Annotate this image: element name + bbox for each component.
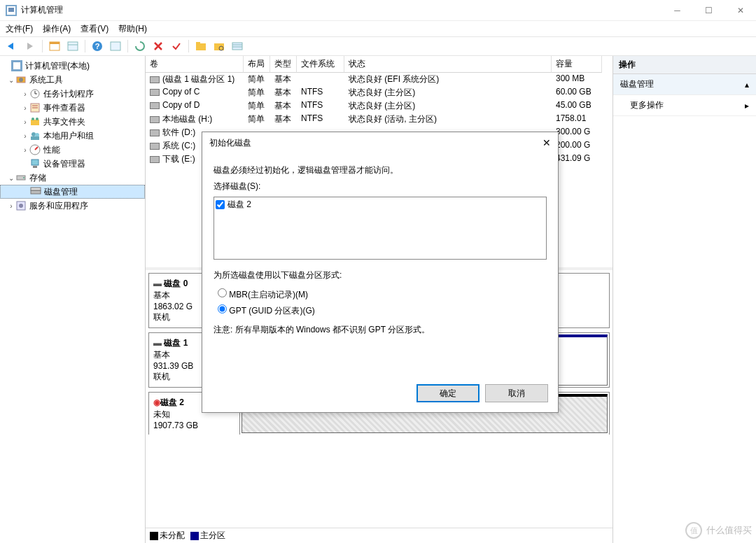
svg-point-22 bbox=[19, 78, 23, 82]
svg-rect-20 bbox=[13, 62, 20, 69]
dialog-desc: 磁盘必须经过初始化，逻辑磁盘管理器才能访问。 bbox=[214, 164, 547, 176]
tree-systools[interactable]: ⌄系统工具 bbox=[0, 73, 145, 87]
tree-root[interactable]: 计算机管理(本地) bbox=[0, 59, 145, 73]
list-header: 卷 布局 类型 文件系统 状态 容量 bbox=[146, 56, 612, 73]
menu-action[interactable]: 操作(A) bbox=[43, 23, 71, 35]
list-icon[interactable] bbox=[230, 38, 245, 54]
svg-rect-40 bbox=[31, 190, 41, 194]
dialog-close-icon[interactable]: ✕ bbox=[542, 137, 551, 148]
hdr-fs[interactable]: 文件系统 bbox=[297, 56, 344, 73]
disk-checkbox-item[interactable]: 磁盘 2 bbox=[216, 199, 545, 211]
refresh-icon[interactable] bbox=[132, 38, 148, 54]
actions-section[interactable]: 磁盘管理▴ bbox=[613, 74, 756, 95]
svg-rect-13 bbox=[196, 42, 200, 44]
hdr-capacity[interactable]: 容量 bbox=[552, 56, 602, 73]
list-row[interactable]: (磁盘 1 磁盘分区 1)简单基本状态良好 (EFI 系统分区)300 MB bbox=[146, 73, 612, 86]
ok-button[interactable]: 确定 bbox=[416, 384, 479, 402]
cancel-button[interactable]: 取消 bbox=[485, 384, 548, 402]
svg-text:值: 值 bbox=[690, 526, 698, 535]
toolbar: ? bbox=[0, 36, 756, 56]
svg-point-43 bbox=[19, 204, 23, 208]
svg-point-32 bbox=[31, 132, 36, 136]
svg-rect-7 bbox=[68, 42, 78, 50]
tree-devmgr[interactable]: 设备管理器 bbox=[0, 157, 145, 171]
hdr-status[interactable]: 状态 bbox=[344, 56, 552, 73]
mbr-radio-label[interactable]: MBR(主启动记录)(M) bbox=[218, 288, 547, 301]
actions-header: 操作 bbox=[613, 56, 756, 74]
collapse-icon[interactable]: ▴ bbox=[745, 80, 749, 90]
svg-rect-34 bbox=[31, 136, 39, 140]
properties-icon[interactable] bbox=[65, 38, 80, 54]
help-icon[interactable]: ? bbox=[90, 38, 105, 54]
dialog-title: 初始化磁盘 bbox=[209, 137, 251, 149]
svg-rect-29 bbox=[31, 120, 39, 125]
svg-rect-36 bbox=[31, 160, 38, 165]
menu-file[interactable]: 文件(F) bbox=[6, 23, 33, 35]
partition-style-label: 为所选磁盘使用以下磁盘分区形式: bbox=[214, 269, 547, 281]
app-icon bbox=[6, 5, 17, 16]
folder-icon[interactable] bbox=[193, 38, 209, 54]
actions-pane: 操作 磁盘管理▴ 更多操作▸ bbox=[613, 56, 756, 543]
window-title: 计算机管理 bbox=[21, 4, 63, 16]
folder-search-icon[interactable] bbox=[211, 38, 227, 54]
list-row[interactable]: Copy of D简单基本NTFS状态良好 (主分区)45.00 GB bbox=[146, 99, 612, 113]
tree-diskmgmt[interactable]: 磁盘管理 bbox=[0, 185, 145, 199]
titlebar: 计算机管理 ─ ☐ ✕ bbox=[0, 0, 756, 21]
svg-rect-12 bbox=[196, 43, 206, 50]
svg-text:?: ? bbox=[95, 42, 100, 50]
svg-point-31 bbox=[36, 118, 38, 120]
mbr-radio[interactable] bbox=[218, 288, 227, 297]
svg-rect-41 bbox=[31, 188, 41, 190]
show-hide-icon[interactable] bbox=[47, 38, 62, 54]
menu-help[interactable]: 帮助(H) bbox=[118, 23, 147, 35]
gpt-note: 注意: 所有早期版本的 Windows 都不识别 GPT 分区形式。 bbox=[214, 324, 547, 336]
menubar: 文件(F) 操作(A) 查看(V) 帮助(H) bbox=[0, 21, 756, 36]
svg-rect-2 bbox=[8, 8, 14, 12]
more-actions[interactable]: 更多操作▸ bbox=[613, 95, 756, 116]
hdr-type[interactable]: 类型 bbox=[270, 56, 297, 73]
tree-task[interactable]: ›任务计划程序 bbox=[0, 87, 145, 101]
svg-point-30 bbox=[31, 118, 34, 120]
tree-shared[interactable]: ›共享文件夹 bbox=[0, 115, 145, 129]
tree-perf[interactable]: ›性能 bbox=[0, 143, 145, 157]
svg-point-39 bbox=[23, 177, 24, 178]
delete-icon[interactable] bbox=[150, 38, 166, 54]
expand-icon[interactable]: ▸ bbox=[745, 101, 749, 111]
nav-tree: 计算机管理(本地) ⌄系统工具 ›任务计划程序 ›事件查看器 ›共享文件夹 ›本… bbox=[0, 56, 146, 543]
list-row[interactable]: 本地磁盘 (H:)简单基本NTFS状态良好 (活动, 主分区)1758.01 bbox=[146, 113, 612, 126]
tree-services[interactable]: ›服务和应用程序 bbox=[0, 199, 145, 213]
svg-rect-6 bbox=[50, 42, 59, 44]
svg-rect-11 bbox=[111, 42, 120, 50]
init-disk-dialog: 初始化磁盘 ✕ 磁盘必须经过初始化，逻辑磁盘管理器才能访问。 选择磁盘(S): … bbox=[202, 132, 559, 413]
select-disk-label: 选择磁盘(S): bbox=[214, 181, 547, 192]
maximize-button[interactable]: ☐ bbox=[693, 0, 724, 20]
disk-select-list[interactable]: 磁盘 2 bbox=[214, 197, 547, 260]
svg-rect-37 bbox=[33, 166, 37, 168]
tree-storage[interactable]: ⌄存储 bbox=[0, 171, 145, 185]
hdr-volume[interactable]: 卷 bbox=[146, 56, 244, 73]
watermark: 值 什么值得买 bbox=[685, 522, 752, 539]
list-row[interactable]: Copy of C简单基本NTFS状态良好 (主分区)60.00 GB bbox=[146, 86, 612, 99]
gpt-radio-label[interactable]: GPT (GUID 分区表)(G) bbox=[218, 304, 547, 317]
close-button[interactable]: ✕ bbox=[724, 0, 756, 20]
check-icon[interactable] bbox=[169, 38, 184, 54]
view-icon[interactable] bbox=[108, 38, 123, 54]
menu-view[interactable]: 查看(V) bbox=[80, 23, 108, 35]
tree-users[interactable]: ›本地用户和组 bbox=[0, 129, 145, 143]
hdr-layout[interactable]: 布局 bbox=[244, 56, 270, 73]
back-button[interactable] bbox=[4, 38, 20, 54]
minimize-button[interactable]: ─ bbox=[662, 0, 693, 20]
tree-event[interactable]: ›事件查看器 bbox=[0, 101, 145, 115]
svg-rect-16 bbox=[232, 43, 242, 50]
forward-button[interactable] bbox=[22, 38, 38, 54]
svg-marker-4 bbox=[27, 43, 33, 50]
disk2-checkbox[interactable] bbox=[216, 200, 225, 209]
svg-marker-3 bbox=[8, 43, 13, 50]
gpt-radio[interactable] bbox=[218, 304, 227, 313]
legend: 未分配 主分区 bbox=[146, 528, 612, 543]
